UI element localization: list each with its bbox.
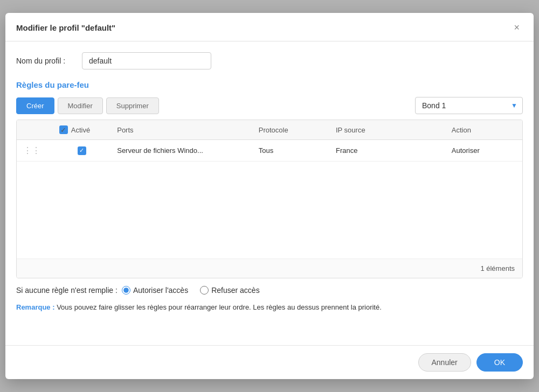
no-rule-group: Si aucune règle n'est remplie : Autorise… [16,286,523,295]
col-action-header: Action [445,120,522,140]
col-drag-header [17,120,53,140]
modal-dialog: Modifier le profil "default" × Nom du pr… [5,13,534,379]
protocol-cell: Tous [252,140,329,162]
deny-option[interactable]: Refuser accès [200,286,259,295]
col-ip-header: IP source [329,120,445,140]
table-footer-count: 1 éléments [17,258,522,278]
ok-button[interactable]: OK [476,353,523,372]
checkmark-icon: ✓ [60,126,66,134]
cancel-button[interactable]: Annuler [418,353,471,372]
dialog-title: Modifier le profil "default" [16,23,115,32]
ports-cell: Serveur de fichiers Windo... [110,140,252,162]
rules-table: ✓ Activé Ports Protocole IP source Actio… [17,120,522,258]
col-active-header: ✓ Activé [53,120,110,140]
col-ports-header: Ports [110,120,252,140]
row-checkmark-icon: ✓ [79,148,84,153]
note-section: Remarque : Vous pouvez faire glisser les… [16,302,523,313]
table-header-row: ✓ Activé Ports Protocole IP source Actio… [17,120,522,140]
note-label: Remarque : [16,303,55,311]
interface-select-wrapper: Bond 1 Bond 2 eth0 eth1 ▼ [415,97,523,114]
drag-handle-icon[interactable]: ⋮⋮ [23,146,40,155]
col-active-label: Activé [71,126,90,134]
ip-source-cell: France [329,140,445,162]
allow-option[interactable]: Autoriser l'accès [122,286,188,295]
row-checkbox[interactable]: ✓ [78,146,86,155]
dialog-footer: Annuler OK [5,345,534,379]
deny-option-label: Refuser accès [211,286,259,295]
no-rule-label: Si aucune règle n'est remplie : [16,286,118,295]
col-protocol-header: Protocole [252,120,329,140]
dialog-header: Modifier le profil "default" × [5,13,534,41]
profile-name-row: Nom du profil : [16,52,523,69]
active-cell: ✓ [53,140,110,162]
close-button[interactable]: × [510,22,523,33]
allow-radio[interactable] [122,286,130,295]
header-checkbox[interactable]: ✓ [59,125,68,134]
create-button[interactable]: Créer [16,97,54,114]
dialog-body: Nom du profil : Règles du pare-feu Créer… [5,41,534,345]
profile-name-label: Nom du profil : [16,57,75,65]
delete-button[interactable]: Supprimer [106,97,159,114]
deny-radio[interactable] [200,286,209,295]
modify-button[interactable]: Modifier [58,97,103,114]
firewall-section-title: Règles du pare-feu [16,80,523,89]
allow-option-label: Autoriser l'accès [133,286,188,295]
table-toolbar: Créer Modifier Supprimer Bond 1 Bond 2 e… [16,97,523,120]
row-checkbox-container: ✓ [59,146,104,155]
rules-table-container: ✓ Activé Ports Protocole IP source Actio… [16,120,523,278]
drag-cell: ⋮⋮ [17,140,53,162]
action-cell: Autoriser [445,140,522,162]
profile-name-input[interactable] [82,52,211,69]
interface-select[interactable]: Bond 1 Bond 2 eth0 eth1 [415,97,523,114]
toolbar-left: Créer Modifier Supprimer [16,97,412,114]
note-text: Vous pouvez faire glisser les règles pou… [57,303,382,311]
table-row[interactable]: ⋮⋮ ✓ Serveur de fichiers Windo... Tous F… [17,140,522,162]
